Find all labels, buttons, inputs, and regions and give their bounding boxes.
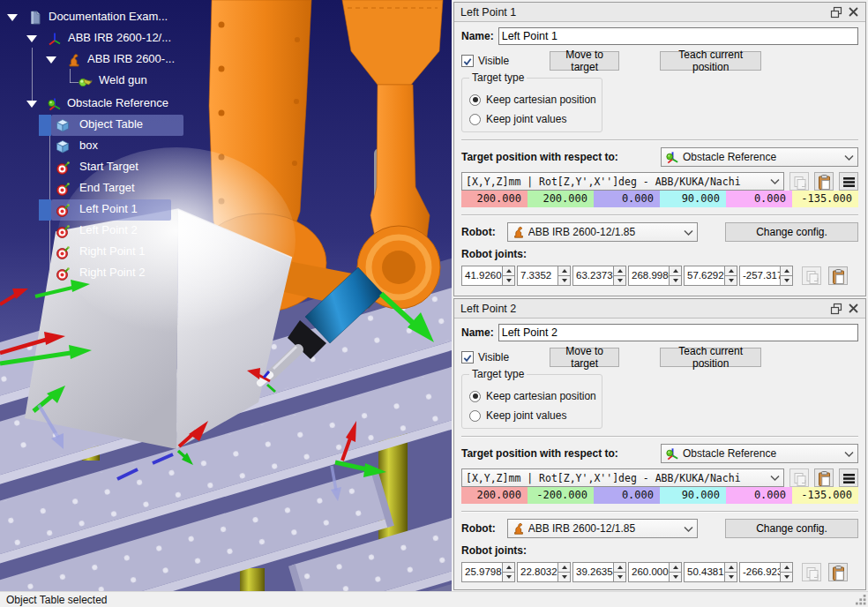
robodk-window: Documentation Exam... ABB IRB 2600-12/..…: [0, 0, 868, 607]
menu-icon: [841, 174, 857, 190]
tree-item-right-point-1[interactable]: Right Point 1: [0, 242, 247, 263]
tree-item-robot-frame[interactable]: ABB IRB 2600-12/...: [0, 28, 247, 49]
reference-combobox[interactable]: Obstacle Reference: [661, 444, 858, 463]
pose-ry-value[interactable]: 0.000: [726, 191, 792, 207]
panel-title: Left Point 2: [460, 303, 826, 315]
move-to-target-button[interactable]: Move to target: [550, 348, 619, 367]
station-tree: Documentation Exam... ABB IRB 2600-12/..…: [0, 0, 247, 291]
radio-keep-joints[interactable]: Keep joint values: [469, 110, 602, 128]
tree-item-station[interactable]: Documentation Exam...: [0, 7, 247, 28]
move-to-target-button[interactable]: Move to target: [550, 51, 619, 71]
visible-checkbox[interactable]: [461, 351, 474, 363]
close-button[interactable]: [845, 302, 861, 316]
name-input[interactable]: [498, 27, 858, 45]
name-input[interactable]: [498, 324, 858, 341]
tree-item-object-table[interactable]: Object Table: [0, 115, 247, 136]
pose-z-value[interactable]: 0.000: [594, 487, 660, 504]
joint-4-spinbox[interactable]: 260.0005: [628, 562, 682, 582]
copy-joints-button[interactable]: [802, 266, 821, 285]
pose-y-value[interactable]: -200.000: [528, 487, 594, 504]
tree-item-left-point-2[interactable]: Left Point 2: [0, 221, 247, 242]
pose-x-value[interactable]: 200.000: [461, 191, 528, 207]
selection-block: [39, 115, 51, 136]
joint-1-spinbox[interactable]: 41.9260: [461, 266, 515, 286]
chevron-down-icon: [844, 154, 854, 161]
chevron-down-icon: [770, 178, 780, 184]
robot-combobox[interactable]: ABB IRB 2600-12/1.85: [507, 519, 698, 538]
paste-joints-button[interactable]: [828, 563, 848, 581]
float-icon: [828, 4, 843, 19]
joint-2-spinbox[interactable]: 7.3352: [517, 266, 571, 286]
joint-4-spinbox[interactable]: 268.9980: [628, 266, 682, 286]
tree-item-obstacle-reference[interactable]: Obstacle Reference: [0, 94, 247, 115]
tree-item-weld-gun[interactable]: Weld gun: [0, 71, 247, 92]
pose-z-value[interactable]: 0.000: [594, 191, 660, 207]
paste-icon: [830, 565, 846, 581]
joint-3-spinbox[interactable]: 39.2635: [572, 562, 626, 582]
change-config-button[interactable]: Change config.: [725, 519, 858, 538]
radio-keep-cartesian[interactable]: Keep cartesian position: [469, 91, 602, 109]
joint-6-spinbox[interactable]: -257.317: [739, 266, 793, 286]
paste-pose-button[interactable]: [814, 172, 834, 191]
panel-title-bar[interactable]: Left Point 1: [454, 3, 865, 22]
expander-icon[interactable]: [46, 56, 56, 64]
chevron-down-icon: [844, 451, 854, 457]
tree-item-right-point-2[interactable]: Right Point 2: [0, 263, 247, 284]
tree-item-robot[interactable]: ABB IRB 2600-...: [0, 49, 247, 71]
reference-combobox[interactable]: Obstacle Reference: [661, 147, 858, 167]
target-icon: [55, 266, 71, 281]
copy-pose-button[interactable]: [789, 468, 809, 487]
visible-checkbox[interactable]: [461, 55, 474, 67]
teach-position-button[interactable]: Teach current position: [660, 51, 761, 71]
chevron-down-icon: [684, 526, 693, 532]
panel-left-point-2: Left Point 2 Name: Visible Move to targe…: [453, 298, 866, 590]
joint-5-spinbox[interactable]: 50.4381: [684, 562, 737, 582]
expander-icon[interactable]: [26, 101, 37, 108]
tree-item-end-target[interactable]: End Target: [0, 178, 247, 199]
copy-pose-button[interactable]: [789, 172, 809, 191]
joint-1-spinbox[interactable]: 25.9798: [461, 562, 515, 582]
pose-format-combobox[interactable]: [X,Y,Z]mm | Rot[Z,Y',X'']deg - ABB/KUKA/…: [461, 172, 784, 191]
pose-x-value[interactable]: 200.000: [461, 487, 528, 504]
panel-title-bar[interactable]: Left Point 2: [454, 299, 865, 318]
name-label: Name:: [461, 30, 494, 42]
copy-icon: [804, 268, 819, 284]
change-config-button[interactable]: Change config.: [725, 222, 858, 242]
tree-item-start-target[interactable]: Start Target: [0, 157, 247, 178]
expander-icon[interactable]: [26, 35, 37, 42]
paste-pose-button[interactable]: [814, 468, 834, 487]
paste-icon: [816, 470, 832, 486]
copy-joints-button[interactable]: [802, 563, 821, 581]
joint-6-spinbox[interactable]: -266.923: [739, 562, 793, 582]
pose-rz-value[interactable]: 90.000: [660, 191, 726, 207]
expander-icon[interactable]: [7, 14, 18, 21]
joint-2-spinbox[interactable]: 22.8032: [517, 562, 571, 582]
joint-5-spinbox[interactable]: 57.6292: [684, 266, 737, 286]
radio-keep-joints[interactable]: Keep joint values: [469, 407, 602, 424]
pose-menu-button[interactable]: [839, 172, 858, 191]
radio-keep-cartesian[interactable]: Keep cartesian position: [469, 387, 602, 405]
float-button[interactable]: [827, 5, 843, 19]
pose-ry-value[interactable]: 0.000: [726, 487, 792, 504]
resize-grip-icon[interactable]: [856, 595, 866, 605]
viewport-3d[interactable]: Documentation Exam... ABB IRB 2600-12/..…: [0, 0, 452, 591]
paste-joints-button[interactable]: [828, 266, 848, 285]
paste-icon: [830, 268, 846, 284]
pose-format-combobox[interactable]: [X,Y,Z]mm | Rot[Z,Y',X'']deg - ABB/KUKA/…: [461, 468, 784, 487]
joint-3-spinbox[interactable]: 63.2373: [572, 266, 626, 286]
close-icon: [846, 4, 861, 19]
pose-rx-value[interactable]: -135.000: [792, 191, 858, 207]
pose-rx-value[interactable]: -135.000: [792, 487, 858, 504]
robot-label: Robot:: [461, 226, 496, 238]
teach-position-button[interactable]: Teach current position: [660, 348, 761, 367]
tree-item-box[interactable]: box: [0, 136, 247, 157]
robot-joints-row: 25.9798 22.8032 39.2635 260.0005 50.4381…: [461, 562, 858, 582]
tree-item-left-point-1[interactable]: Left Point 1: [0, 199, 247, 221]
robot-icon: [512, 225, 526, 239]
pose-y-value[interactable]: 200.000: [528, 191, 594, 207]
close-button[interactable]: [845, 5, 861, 19]
pose-menu-button[interactable]: [839, 468, 858, 487]
robot-combobox[interactable]: ABB IRB 2600-12/1.85: [507, 222, 698, 242]
float-button[interactable]: [827, 302, 843, 316]
pose-rz-value[interactable]: 90.000: [660, 487, 726, 504]
